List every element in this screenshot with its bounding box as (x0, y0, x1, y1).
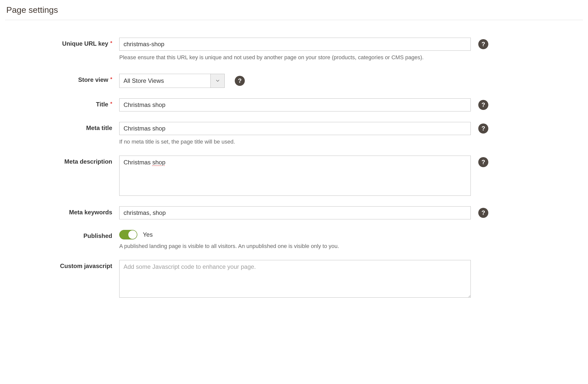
meta-description-textarea[interactable]: Christmas shop (119, 156, 471, 196)
required-mark: * (110, 76, 112, 82)
url-key-input[interactable] (119, 38, 471, 51)
row-published: Published Yes A published landing page i… (5, 230, 583, 249)
required-mark: * (110, 101, 112, 106)
row-store-view: Store view* All Store Views ? (5, 74, 583, 88)
label-meta-description: Meta description (5, 156, 119, 165)
page-title: Page settings (5, 5, 583, 15)
published-state-label: Yes (143, 231, 153, 238)
row-meta-title: Meta title If no meta title is set, the … (5, 122, 583, 145)
label-store-view: Store view* (5, 74, 119, 83)
meta-keywords-input[interactable] (119, 206, 471, 219)
label-title: Title* (5, 98, 119, 108)
help-icon[interactable]: ? (478, 208, 488, 218)
title-input[interactable] (119, 98, 471, 111)
meta-title-hint: If no meta title is set, the page title … (119, 139, 471, 145)
label-custom-js: Custom javascript (5, 260, 119, 270)
published-hint: A published landing page is visible to a… (119, 243, 471, 249)
label-meta-title: Meta title (5, 122, 119, 132)
help-icon[interactable]: ? (235, 76, 245, 86)
row-title: Title* ? (5, 98, 583, 111)
required-mark: * (110, 40, 112, 46)
chevron-down-icon[interactable] (210, 74, 224, 88)
row-url-key: Unique URL key* Please ensure that this … (5, 38, 583, 61)
label-meta-keywords: Meta keywords (5, 206, 119, 216)
help-icon[interactable]: ? (478, 100, 488, 110)
row-meta-keywords: Meta keywords ? (5, 206, 583, 219)
title-divider (5, 20, 583, 20)
label-published: Published (5, 230, 119, 239)
url-key-hint: Please ensure that this URL key is uniqu… (119, 54, 471, 61)
row-meta-description: Meta description Christmas shop ? (5, 156, 583, 196)
row-custom-js: Custom javascript (5, 260, 583, 298)
help-icon[interactable]: ? (478, 123, 488, 134)
page-settings-form: Page settings Unique URL key* Please ens… (0, 0, 588, 318)
spellcheck-flag: shop (152, 159, 165, 166)
meta-title-input[interactable] (119, 122, 471, 135)
toggle-knob (128, 230, 137, 239)
store-view-value: All Store Views (120, 74, 210, 88)
custom-js-textarea[interactable] (119, 260, 471, 298)
help-icon[interactable]: ? (478, 39, 488, 49)
store-view-select[interactable]: All Store Views (119, 74, 225, 88)
label-url-key: Unique URL key* (5, 38, 119, 47)
help-icon[interactable]: ? (478, 157, 488, 167)
published-toggle[interactable] (119, 230, 137, 239)
